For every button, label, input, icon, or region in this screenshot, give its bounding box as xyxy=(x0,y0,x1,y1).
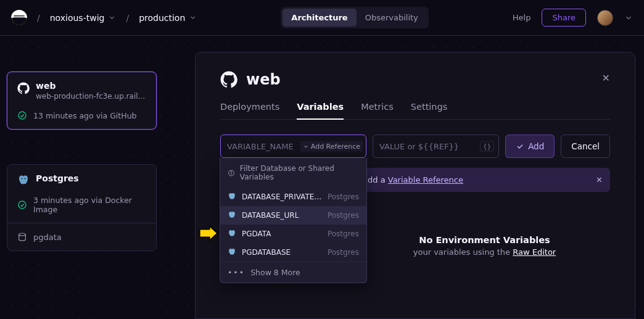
panel-tabs: Deployments Variables Metrics Settings xyxy=(220,102,610,120)
dropdown-item[interactable]: DATABASE_PRIVATE_URL Postgres xyxy=(220,188,366,206)
raw-editor-link[interactable]: Raw Editor xyxy=(513,247,556,257)
service-status: 13 minutes ago via GitHub xyxy=(17,110,146,120)
divider xyxy=(7,223,156,223)
variable-value-group: {} xyxy=(373,135,499,158)
check-circle-icon xyxy=(17,200,27,210)
add-button[interactable]: Add xyxy=(505,135,555,158)
chevron-down-icon[interactable] xyxy=(624,14,633,22)
service-status: 3 minutes ago via Docker Image xyxy=(17,196,146,214)
check-circle-icon xyxy=(17,110,27,120)
brace-icon[interactable]: {} xyxy=(480,141,494,152)
breadcrumb-environment[interactable]: production xyxy=(139,13,197,23)
service-domain: web-production-fc3e.up.rail... xyxy=(36,92,146,101)
breadcrumb-project[interactable]: noxious-twig xyxy=(50,13,117,23)
environment-name: production xyxy=(139,13,185,23)
svg-point-1 xyxy=(19,112,26,119)
postgres-icon xyxy=(228,230,236,238)
tab-architecture[interactable]: Architecture xyxy=(283,9,356,27)
svg-point-2 xyxy=(19,201,26,209)
dropdown-show-more[interactable]: ••• Show 8 More xyxy=(220,262,366,283)
close-icon[interactable]: ✕ xyxy=(596,175,603,184)
service-card-web[interactable]: web web-production-fc3e.up.rail... 13 mi… xyxy=(7,72,157,130)
svg-point-6 xyxy=(231,171,231,172)
help-link[interactable]: Help xyxy=(513,13,531,22)
tab-metrics[interactable]: Metrics xyxy=(361,102,394,119)
disk-icon xyxy=(17,232,27,242)
tab-observability[interactable]: Observability xyxy=(357,9,427,27)
variable-name-group: Add Reference Filter Database or Shared … xyxy=(220,135,366,158)
banner-text: dd a Variable Reference xyxy=(368,175,463,184)
project-name: noxious-twig xyxy=(50,13,105,23)
volume-name: pgdata xyxy=(33,233,62,242)
reference-dropdown: Filter Database or Shared Variables DATA… xyxy=(220,158,367,283)
postgres-icon xyxy=(228,193,236,201)
railway-logo[interactable] xyxy=(11,10,27,26)
share-button[interactable]: Share xyxy=(542,9,586,27)
top-bar: / noxious-twig / production Architecture… xyxy=(0,0,644,36)
dropdown-item[interactable]: PGDATABASE Postgres xyxy=(220,243,366,262)
check-icon xyxy=(516,142,524,151)
cancel-button[interactable]: Cancel xyxy=(561,135,610,158)
tab-deployments[interactable]: Deployments xyxy=(220,102,279,119)
service-panel: web ✕ Deployments Variables Metrics Sett… xyxy=(195,52,635,319)
postgres-icon xyxy=(228,211,236,220)
avatar[interactable] xyxy=(597,10,613,26)
dropdown-item[interactable]: PGDATA Postgres xyxy=(220,225,366,243)
status-text: 3 minutes ago via Docker Image xyxy=(33,196,146,214)
close-button[interactable]: ✕ xyxy=(602,72,610,84)
breadcrumb-sep: / xyxy=(37,13,40,23)
chevron-down-icon xyxy=(303,143,309,149)
dropdown-item[interactable]: DATABASE_URL Postgres xyxy=(220,206,366,225)
status-text: 13 minutes ago via GitHub xyxy=(33,111,137,120)
volume-row[interactable]: pgdata xyxy=(17,232,146,242)
top-right: Help Share xyxy=(513,9,633,27)
view-switcher: Architecture Observability xyxy=(281,7,428,28)
add-variable-form: Add Reference Filter Database or Shared … xyxy=(220,135,610,158)
postgres-icon xyxy=(17,175,30,187)
breadcrumb-sep: / xyxy=(126,13,129,23)
service-title: web xyxy=(36,81,146,91)
tab-settings[interactable]: Settings xyxy=(411,102,447,119)
service-card-postgres[interactable]: Postgres 3 minutes ago via Docker Image … xyxy=(7,164,157,251)
github-icon xyxy=(220,71,237,88)
info-icon xyxy=(228,169,235,177)
variable-reference-link[interactable]: Variable Reference xyxy=(388,175,463,184)
github-icon xyxy=(17,82,30,94)
panel-title: web xyxy=(246,71,281,88)
dropdown-filter[interactable]: Filter Database or Shared Variables xyxy=(220,158,366,188)
tab-variables[interactable]: Variables xyxy=(297,102,344,119)
postgres-icon xyxy=(228,248,236,257)
chevron-down-icon xyxy=(108,14,116,22)
annotation-arrow xyxy=(199,226,218,242)
svg-point-3 xyxy=(19,233,26,236)
chevron-down-icon xyxy=(189,14,197,22)
service-title: Postgres xyxy=(36,173,146,183)
add-reference-button[interactable]: Add Reference xyxy=(300,141,363,152)
ellipsis-icon: ••• xyxy=(228,268,245,277)
